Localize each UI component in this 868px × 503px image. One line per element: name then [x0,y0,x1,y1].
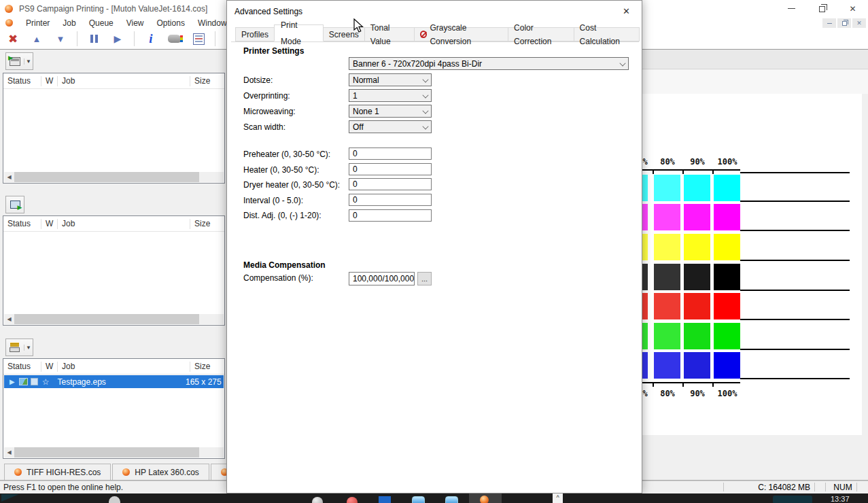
sliders-icon [193,33,205,45]
rip-queue-list[interactable]: Status W Job Size ◀ [3,215,225,326]
column-size[interactable]: Size [190,76,224,86]
column-size[interactable]: Size [190,219,224,229]
chart-tick [682,169,684,174]
swatch-80 [654,323,680,349]
dist-adj-input[interactable] [349,209,432,222]
taskbar-app-blue2-icon[interactable] [445,496,458,503]
swatch-cut [642,234,648,260]
scrollbar-thumb[interactable] [14,447,199,457]
menu-options[interactable]: Options [157,18,185,28]
print-mode-select[interactable]: Banner 6 - 720x720dpi 4pass Bi-Dir [349,57,629,70]
menu-job[interactable]: Job [63,18,75,28]
tab-color-correction[interactable]: Color Correction [508,27,574,41]
scrollbar-thumb[interactable] [14,172,199,182]
scan-width-select[interactable]: Off [349,120,432,133]
column-size[interactable]: Size [190,362,224,372]
compensation-input[interactable] [349,272,415,285]
swatch-cut [642,323,648,349]
heater-input[interactable] [349,163,432,175]
dropdown-arrow-icon[interactable]: ▼ [24,58,33,65]
taskbar-network-icon[interactable] [773,496,812,503]
job-settings-icon[interactable] [191,31,206,46]
interval-input[interactable] [349,194,432,206]
taskbar-search-icon[interactable] [109,496,120,503]
minimize-button[interactable] [776,0,807,17]
mdi-restore-button[interactable] [837,18,851,28]
job-row-selected[interactable]: ▶ ☆ Testpage.eps 165 x 275 [4,375,224,388]
app-flame-icon [5,5,13,13]
job-size: 165 x 275 [186,377,224,387]
column-wait[interactable]: W [41,362,58,372]
scroll-left-icon[interactable]: ◀ [4,314,14,324]
status-help-text: Press F1 to open the online help. [3,483,123,492]
taskbar-folder-icon[interactable] [379,496,391,503]
taskbar-active-app-button[interactable] [469,493,502,503]
chart-label-100: 100% [711,389,744,398]
mdi-minimize-icon [827,23,832,24]
column-wait[interactable]: W [41,219,58,229]
output-queue-action-button[interactable]: ▼ [5,339,33,356]
swatch-80 [654,293,680,319]
compensation-browse-button[interactable]: ... [417,272,432,285]
scrollbar-thumb[interactable] [14,314,199,324]
dryer-heater-input[interactable] [349,178,432,190]
rip-queue-action-button[interactable]: ▶ [5,196,24,213]
scroll-left-icon[interactable]: ◀ [4,172,14,182]
microweaving-select[interactable]: None 1 [349,105,432,118]
taskbar-overflow-chevron[interactable]: ^ [553,493,563,503]
job-status-play-icon: ▶ [10,378,15,385]
advanced-settings-dialog: Advanced Settings ✕ Profiles Print Mode … [226,0,642,493]
print-queue-action-button[interactable]: ▶ ▼ [5,52,33,70]
dropdown-arrow-icon[interactable]: ▼ [24,345,33,351]
delete-job-icon[interactable]: ✖ [5,31,20,46]
dialog-close-button[interactable]: ✕ [611,1,642,21]
pause-icon[interactable] [86,31,101,46]
tab-grayscale-conversion[interactable]: Grayscale Conversion [414,27,508,41]
taskbar-arrow-icon [1,494,19,502]
column-status[interactable]: Status [3,219,41,229]
preheater-input[interactable] [349,148,432,160]
tab-print-mode[interactable]: Print Mode [274,24,324,41]
move-up-icon[interactable]: ▲ [29,31,44,46]
menu-window[interactable]: Window [198,18,227,28]
taskbar-clock[interactable]: 13:37 [831,495,850,503]
menu-view[interactable]: View [126,18,144,28]
output-queue-list[interactable]: Status W Job Size ▶ ☆ Testpage.eps 165 x… [3,358,225,459]
mdi-minimize-button[interactable] [822,18,836,28]
resume-icon[interactable]: ▶ [110,31,125,46]
horizontal-scrollbar[interactable]: ◀ [4,314,224,324]
horizontal-scrollbar[interactable]: ◀ [4,172,224,182]
chart-tick [712,382,714,387]
column-job[interactable]: Job [58,362,190,372]
column-wait[interactable]: W [41,76,58,86]
tab-profiles[interactable]: Profiles [235,27,275,41]
close-button[interactable]: ✕ [837,0,868,17]
print-queue-list[interactable]: Status W Job Size ◀ [3,73,225,184]
dotsize-select[interactable]: Normal [349,73,432,86]
tab-tonal-value[interactable]: Tonal Value [364,27,415,41]
column-job[interactable]: Job [58,219,190,229]
taskbar-app-gray-icon[interactable] [312,497,323,503]
status-num-lock: NUM [829,483,856,492]
mdi-close-button[interactable]: ✕ [852,18,866,28]
menu-printer[interactable]: Printer [26,18,50,28]
menu-queue[interactable]: Queue [89,18,114,28]
job-info-icon[interactable]: i [143,31,158,46]
rip-icon[interactable] [167,31,182,46]
tab-label: Grayscale Conversion [430,21,502,48]
doc-tab-tiff-high-res[interactable]: TIFF HIGH-RES.cos [4,464,111,480]
restore-button[interactable] [807,0,837,17]
column-status[interactable]: Status [3,76,41,86]
column-job[interactable]: Job [58,76,190,86]
taskbar-app-red-icon[interactable] [347,497,358,503]
tab-cost-calculation[interactable]: Cost Calculation [574,27,640,41]
overprinting-select[interactable]: 1 [349,89,432,102]
column-status[interactable]: Status [3,362,41,372]
list-header: Status W Job Size [3,73,224,89]
taskbar-app-blue1-icon[interactable] [412,496,425,503]
horizontal-scrollbar[interactable]: ◀ [4,447,224,457]
mdi-controls: ✕ [822,18,866,28]
move-down-icon[interactable]: ▼ [53,31,68,46]
doc-tab-hp-latex[interactable]: HP Latex 360.cos [112,464,209,480]
scroll-left-icon[interactable]: ◀ [4,447,14,457]
